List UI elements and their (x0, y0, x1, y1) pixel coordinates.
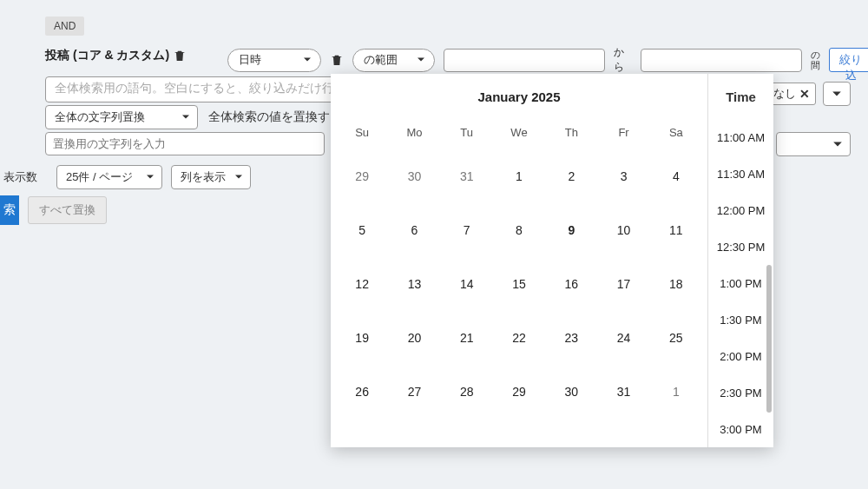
search-button[interactable]: 索 (0, 195, 19, 225)
calendar-day-cell[interactable]: 25 (650, 311, 702, 365)
replace-dropdown-toggle[interactable] (823, 82, 851, 106)
replace-mode-value: 全体の文字列置換 (55, 110, 145, 123)
rows-per-page-value: 25件 / ページ (66, 170, 133, 183)
calendar-day-cell[interactable]: 8 (493, 203, 545, 257)
calendar-day-cell[interactable]: 18 (650, 257, 702, 311)
filter-field-select[interactable]: 日時 (227, 49, 321, 72)
time-option[interactable]: 1:30 PM (708, 301, 773, 338)
calendar-day-cell[interactable]: 22 (493, 311, 545, 365)
replace-value-input[interactable] (45, 132, 325, 155)
time-option[interactable]: 11:00 AM (708, 119, 773, 155)
calendar-day-cell[interactable]: 12 (336, 257, 388, 311)
close-icon[interactable]: ✕ (799, 87, 810, 101)
time-option[interactable]: 2:00 PM (708, 338, 773, 374)
calendar-day-cell[interactable]: 5 (336, 203, 388, 257)
time-option[interactable]: 3:00 PM (708, 411, 773, 447)
calendar-dow-cell: Tu (441, 126, 493, 139)
calendar-day-cell[interactable]: 7 (441, 203, 493, 257)
calendar-day-cell[interactable]: 19 (336, 311, 388, 365)
columns-toggle-label: 列を表示 (181, 170, 226, 183)
filter-from-input[interactable] (444, 49, 605, 72)
replace-row: 全体の文字列置換 全体検索の値を置換す (45, 105, 330, 129)
time-option[interactable]: 12:00 PM (708, 192, 773, 228)
calendar-day-cell[interactable]: 6 (388, 203, 440, 257)
calendar-dow-cell: Fr (597, 126, 649, 139)
time-panel: Time 11:00 AM11:30 AM12:00 PM12:30 PM1:0… (708, 74, 773, 447)
calendar-day-cell[interactable]: 30 (545, 365, 597, 419)
calendar-day-cell[interactable]: 29 (493, 365, 545, 419)
aux-select[interactable] (776, 132, 851, 156)
calendar-day-cell[interactable]: 21 (441, 311, 493, 365)
calendar-dow-cell: Th (545, 126, 597, 139)
time-list[interactable]: 11:00 AM11:30 AM12:00 PM12:30 PM1:00 PM1… (708, 119, 773, 447)
action-row: 索 すべて置換 (0, 195, 107, 225)
calendar-day-cell[interactable]: 13 (388, 257, 440, 311)
replace-value-row (45, 132, 325, 155)
time-option[interactable]: 11:30 AM (708, 155, 773, 192)
columns-toggle[interactable]: 列を表示 (171, 165, 251, 189)
calendar-day-cell[interactable]: 28 (441, 365, 493, 419)
calendar-day-cell[interactable]: 16 (545, 257, 597, 311)
time-option[interactable]: 12:30 PM (708, 228, 773, 265)
calendar-dow-cell: We (493, 126, 545, 139)
chevron-down-icon (234, 171, 243, 184)
calendar-day-cell[interactable]: 2 (545, 149, 597, 203)
calendar-day-cell[interactable]: 11 (650, 203, 702, 257)
calendar-panel: January 2025 SuMoTuWeThFrSa 293031123456… (331, 74, 708, 447)
calendar-day-cell[interactable]: 27 (388, 365, 440, 419)
calendar-day-cell[interactable]: 15 (493, 257, 545, 311)
replace-all-button[interactable]: すべて置換 (28, 196, 107, 224)
calendar-day-cell[interactable]: 31 (597, 365, 649, 419)
calendar-dow-cell: Mo (388, 126, 440, 139)
scrollbar-thumb[interactable] (766, 265, 772, 413)
post-type-label: 投稿 (コア & カスタム) (45, 48, 169, 63)
rows-per-page-select[interactable]: 25件 / ページ (56, 165, 162, 189)
calendar-day-cell[interactable]: 3 (597, 149, 649, 203)
chevron-down-icon (303, 54, 312, 67)
calendar-month-title: January 2025 (331, 74, 708, 119)
narrow-button[interactable]: 絞り込 (829, 48, 868, 72)
datepicker-popover: January 2025 SuMoTuWeThFrSa 293031123456… (331, 74, 773, 447)
calendar-grid: 2930311234567891011121314151617181920212… (331, 149, 708, 447)
between-label: の 間 (811, 50, 820, 70)
calendar-day-cell[interactable]: 1 (493, 149, 545, 203)
calendar-dow-cell: Su (336, 126, 388, 139)
calendar-day-cell[interactable]: 17 (597, 257, 649, 311)
calendar-day-cell[interactable]: 31 (441, 149, 493, 203)
calendar-day-cell[interactable]: 14 (441, 257, 493, 311)
and-badge: AND (45, 17, 84, 36)
calendar-dow-cell: Sa (650, 126, 702, 139)
filter-operator-select[interactable]: の範囲 (352, 49, 435, 72)
time-option[interactable]: 1:00 PM (708, 265, 773, 301)
calendar-day-cell[interactable]: 26 (336, 365, 388, 419)
calendar-day-cell[interactable]: 9 (545, 203, 597, 257)
chevron-down-icon (181, 111, 190, 124)
calendar-day-cell[interactable]: 4 (650, 149, 702, 203)
calendar-day-cell[interactable]: 23 (545, 311, 597, 365)
calendar-day-cell[interactable]: 24 (597, 311, 649, 365)
chevron-down-icon (146, 171, 155, 184)
trash-icon[interactable] (330, 53, 344, 67)
pagination-row: 表示数 25件 / ページ 列を表示 (0, 165, 251, 189)
filter-field-value: 日時 (239, 52, 261, 68)
calendar-day-cell[interactable]: 30 (388, 149, 440, 203)
rows-label: 表示数 (3, 169, 37, 185)
from-label: から (614, 45, 631, 75)
calendar-day-cell[interactable]: 10 (597, 203, 649, 257)
replace-hint: 全体検索の値を置換す (208, 109, 330, 125)
filter-to-input[interactable] (641, 49, 802, 72)
chevron-down-icon (417, 54, 425, 67)
calendar-day-cell[interactable]: 20 (388, 311, 440, 365)
time-title: Time (708, 74, 773, 119)
trash-icon[interactable] (173, 49, 187, 63)
calendar-dow-row: SuMoTuWeThFrSa (331, 119, 708, 149)
calendar-day-cell[interactable]: 1 (650, 365, 702, 419)
calendar-day-cell[interactable]: 29 (336, 149, 388, 203)
filter-operator-value: の範囲 (364, 52, 398, 68)
replace-mode-select[interactable]: 全体の文字列置換 (45, 105, 198, 129)
time-option[interactable]: 2:30 PM (708, 374, 773, 411)
